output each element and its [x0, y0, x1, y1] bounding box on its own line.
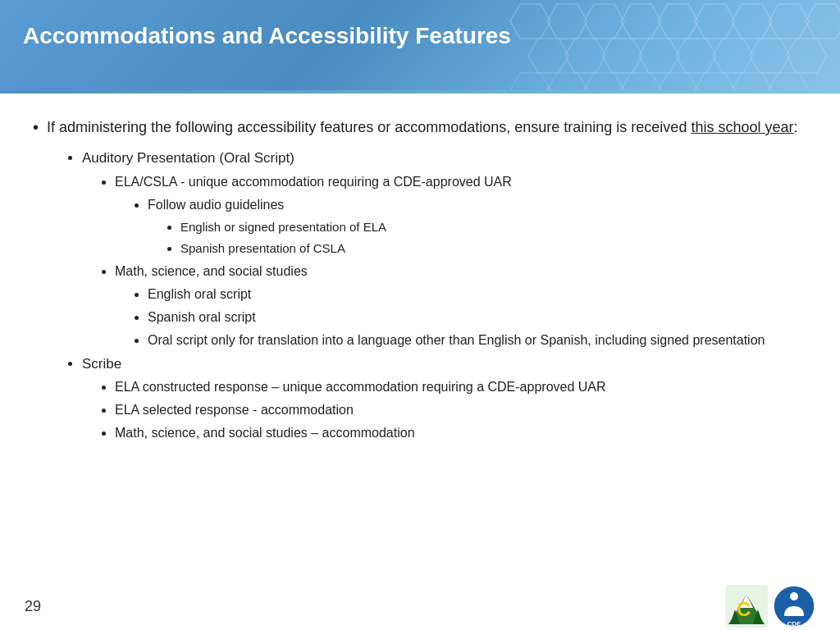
svg-marker-16 — [787, 39, 827, 73]
svg-marker-15 — [750, 39, 790, 73]
logo-area: C CDE — [725, 585, 815, 628]
bullet-dot: • — [33, 115, 39, 139]
list-item: English oral script — [148, 285, 807, 304]
svg-marker-17 — [510, 73, 550, 90]
list-item: Math, science, and social studies Englis… — [115, 262, 807, 350]
svg-marker-19 — [584, 73, 624, 90]
level3-list: Follow audio guidelines English or signe… — [148, 195, 807, 258]
svg-marker-11 — [602, 39, 642, 73]
svg-marker-2 — [584, 4, 624, 39]
item-text: Follow audio guidelines — [148, 198, 284, 212]
item-text: ELA constructed response – unique accomm… — [115, 380, 606, 394]
svg-marker-9 — [528, 39, 568, 73]
item-text: English or signed presentation of ELA — [180, 220, 386, 234]
svg-text:CDE: CDE — [788, 620, 802, 628]
item-text: Auditory Presentation (Oral Script) — [82, 150, 294, 166]
list-item: Spanish oral script — [148, 308, 807, 327]
main-bullet-item: • If administering the following accessi… — [33, 116, 807, 139]
item-text: Spanish oral script — [148, 310, 256, 324]
main-text-part1: If administering the following accessibi… — [47, 119, 691, 135]
item-text: Oral script only for translation into a … — [148, 333, 765, 347]
svg-marker-6 — [732, 4, 772, 39]
footer: 29 C CDE — [0, 582, 840, 630]
colorado-logo: C — [725, 585, 768, 628]
list-item: Math, science, and social studies – acco… — [115, 423, 807, 443]
list-item: Spanish presentation of CSLA — [180, 240, 807, 258]
level4-list: English or signed presentation of ELA Sp… — [180, 218, 807, 258]
list-item: ELA constructed response – unique accomm… — [115, 377, 807, 397]
slide-title: Accommodations and Accessibility Feature… — [23, 23, 511, 49]
level3-list: English oral script Spanish oral script … — [148, 285, 807, 350]
svg-marker-8 — [806, 4, 840, 39]
main-bullet-text: If administering the following accessibi… — [47, 116, 797, 139]
svg-marker-1 — [547, 4, 587, 39]
item-text: ELA/CSLA - unique accommodation requirin… — [115, 175, 512, 189]
svg-marker-23 — [732, 73, 772, 90]
svg-marker-14 — [713, 39, 753, 73]
list-item: Oral script only for translation into a … — [148, 331, 807, 350]
svg-point-33 — [790, 592, 798, 600]
svg-text:C: C — [737, 598, 751, 620]
svg-marker-12 — [639, 39, 679, 73]
underline-text: this school year — [691, 119, 793, 135]
page-number: 29 — [25, 598, 41, 615]
item-text: English oral script — [148, 287, 251, 301]
item-text: Math, science, and social studies — [115, 264, 308, 278]
item-text: Scribe — [82, 356, 121, 372]
hex-pattern-decoration — [495, 0, 840, 90]
svg-marker-22 — [695, 73, 735, 90]
list-item: Auditory Presentation (Oral Script) ELA/… — [82, 148, 807, 350]
svg-marker-13 — [676, 39, 716, 73]
item-text: ELA selected response - accommodation — [115, 403, 354, 417]
svg-marker-0 — [510, 4, 550, 39]
svg-marker-21 — [658, 73, 698, 90]
list-item: Follow audio guidelines English or signe… — [148, 195, 807, 258]
list-item: Scribe ELA constructed response – unique… — [82, 354, 807, 444]
item-text: Math, science, and social studies – acco… — [115, 426, 415, 440]
header: Accommodations and Accessibility Feature… — [0, 0, 840, 90]
list-item: ELA selected response - accommodation — [115, 400, 807, 420]
svg-marker-10 — [565, 39, 605, 73]
svg-marker-3 — [621, 4, 661, 39]
cde-logo: CDE — [773, 585, 815, 628]
list-item: ELA/CSLA - unique accommodation requirin… — [115, 172, 807, 258]
svg-marker-24 — [769, 73, 809, 90]
list-item: English or signed presentation of ELA — [180, 218, 807, 237]
svg-marker-5 — [695, 4, 735, 39]
level2-list: ELA/CSLA - unique accommodation requirin… — [115, 172, 807, 350]
svg-marker-4 — [658, 4, 698, 39]
slide-content: • If administering the following accessi… — [0, 94, 840, 463]
level2-list: ELA constructed response – unique accomm… — [115, 377, 807, 443]
item-text: Spanish presentation of CSLA — [180, 241, 345, 255]
svg-marker-20 — [621, 73, 661, 90]
svg-marker-18 — [547, 73, 587, 90]
svg-marker-7 — [769, 4, 809, 39]
main-text-part2: : — [793, 119, 797, 135]
level1-list: Auditory Presentation (Oral Script) ELA/… — [82, 148, 807, 443]
